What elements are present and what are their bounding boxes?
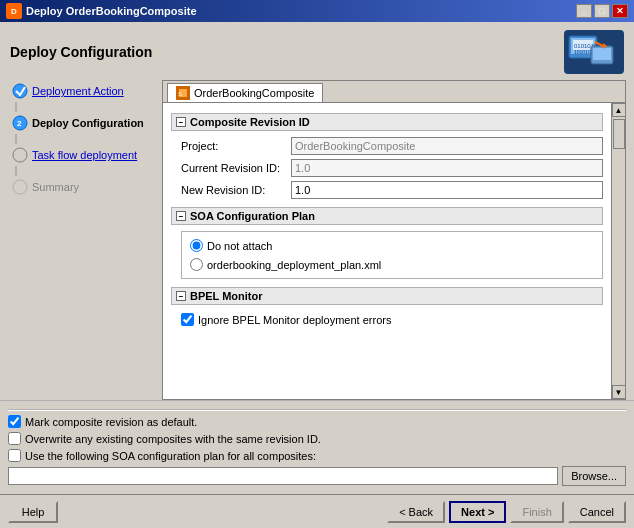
minimize-button[interactable]: _ [576,4,592,18]
sidebar-label-task-flow: Task flow deployment [32,149,137,161]
checkbox-row-use-soa-plan[interactable]: Use the following SOA configuration plan… [8,447,626,464]
window-header: Deploy Configuration 0101010 1010101 [0,22,634,80]
section-title-bpel: BPEL Monitor [190,290,263,302]
maximize-button[interactable]: □ [594,4,610,18]
label-project: Project: [181,140,291,152]
nav-icon-task-flow [12,147,28,163]
back-button[interactable]: < Back [387,501,445,523]
cancel-button[interactable]: Cancel [568,501,626,523]
svg-point-14 [13,148,27,162]
section-soa-config: − SOA Configuration Plan [171,207,603,225]
title-controls: _ □ ✕ [576,4,628,18]
scroll-down-button[interactable]: ▼ [612,385,626,399]
sidebar-item-deploy-configuration[interactable]: 2 Deploy Configuration [8,112,156,134]
close-button[interactable]: ✕ [612,4,628,18]
browse-button[interactable]: Browse... [562,466,626,486]
soa-options-box: Do not attach orderbooking_deployment_pl… [181,231,603,279]
content-area: Deployment Action 2 Deploy Configuration [0,80,634,400]
title-bar: D Deploy OrderBookingComposite _ □ ✕ [0,0,634,22]
header-icon: 0101010 1010101 [564,30,624,74]
radio-do-not-attach[interactable]: Do not attach [190,236,594,255]
tab-bar: S OrderBookingComposite [163,81,625,103]
scroll-thumb[interactable] [613,119,625,149]
input-current-revision[interactable] [291,159,603,177]
checkbox-label-bpel: Ignore BPEL Monitor deployment errors [198,314,391,326]
nav-connector-3 [15,166,17,176]
form-row-new-revision: New Revision ID: [171,181,603,199]
nav-icon-deploy-configuration: 2 [12,115,28,131]
nav-connector-2 [15,134,17,144]
collapse-icon-soa[interactable]: − [176,211,186,221]
input-new-revision[interactable] [291,181,603,199]
sidebar-item-deployment-action[interactable]: Deployment Action [8,80,156,102]
page-title: Deploy Configuration [10,44,152,60]
svg-point-15 [13,180,27,194]
bottom-section: Mark composite revision as default. Over… [0,400,634,494]
label-current-revision: Current Revision ID: [181,162,291,174]
checkbox-input-bpel[interactable] [181,313,194,326]
next-button[interactable]: Next > [449,501,506,523]
label-use-soa-plan: Use the following SOA configuration plan… [25,450,316,462]
sidebar-label-deploy-configuration: Deploy Configuration [32,117,144,129]
right-panel: S OrderBookingComposite − Composite Revi… [162,80,626,400]
svg-text:2: 2 [17,119,22,128]
help-button[interactable]: Help [8,501,58,523]
checkbox-row-overwrite[interactable]: Overwrite any existing composites with t… [8,430,626,447]
input-project[interactable] [291,137,603,155]
section-composite-revision: − Composite Revision ID [171,113,603,131]
soa-plan-path-input[interactable] [8,467,558,485]
radio-label-deployment-plan: orderbooking_deployment_plan.xml [207,259,381,271]
nav-buttons: < Back Next > Finish Cancel [387,501,626,523]
checkbox-ignore-bpel[interactable]: Ignore BPEL Monitor deployment errors [171,311,603,328]
nav-icon-deployment-action [12,83,28,99]
separator-1 [8,409,626,411]
window-title: Deploy OrderBookingComposite [26,5,197,17]
tab-icon: S [176,86,190,100]
radio-input-deployment-plan[interactable] [190,258,203,271]
tab-label: OrderBookingComposite [194,87,314,99]
svg-text:D: D [11,7,17,16]
section-title-soa: SOA Configuration Plan [190,210,315,222]
button-bar: Help < Back Next > Finish Cancel [0,494,634,528]
left-panel: Deployment Action 2 Deploy Configuration [8,80,156,400]
svg-rect-8 [593,48,611,60]
soa-plan-input-row: Browse... [8,464,626,488]
checkbox-mark-default[interactable] [8,415,21,428]
label-overwrite: Overwrite any existing composites with t… [25,433,321,445]
collapse-icon-bpel[interactable]: − [176,291,186,301]
sidebar-label-deployment-action: Deployment Action [32,85,124,97]
app-icon: D [6,3,22,19]
finish-button[interactable]: Finish [510,501,563,523]
sidebar-item-summary: Summary [8,176,156,198]
sidebar-label-summary: Summary [32,181,79,193]
section-bpel-monitor: − BPEL Monitor [171,287,603,305]
panel-content: − Composite Revision ID Project: Current… [163,103,611,399]
nav-icon-summary [12,179,28,195]
nav-connector-1 [15,102,17,112]
checkbox-use-soa-plan[interactable] [8,449,21,462]
collapse-icon-composite[interactable]: − [176,117,186,127]
radio-deployment-plan[interactable]: orderbooking_deployment_plan.xml [190,255,594,274]
radio-label-no-attach: Do not attach [207,240,272,252]
radio-input-no-attach[interactable] [190,239,203,252]
section-title-composite: Composite Revision ID [190,116,310,128]
tab-order-booking[interactable]: S OrderBookingComposite [167,83,323,102]
label-mark-default: Mark composite revision as default. [25,416,197,428]
label-new-revision: New Revision ID: [181,184,291,196]
scrollbar: ▲ ▼ [611,103,625,399]
scroll-up-button[interactable]: ▲ [612,103,626,117]
svg-text:S: S [178,91,182,97]
main-window: Deploy Configuration 0101010 1010101 [0,22,634,528]
checkbox-overwrite[interactable] [8,432,21,445]
form-row-project: Project: [171,137,603,155]
checkbox-row-mark-default[interactable]: Mark composite revision as default. [8,413,626,430]
sidebar-item-task-flow[interactable]: Task flow deployment [8,144,156,166]
form-row-current-revision: Current Revision ID: [171,159,603,177]
